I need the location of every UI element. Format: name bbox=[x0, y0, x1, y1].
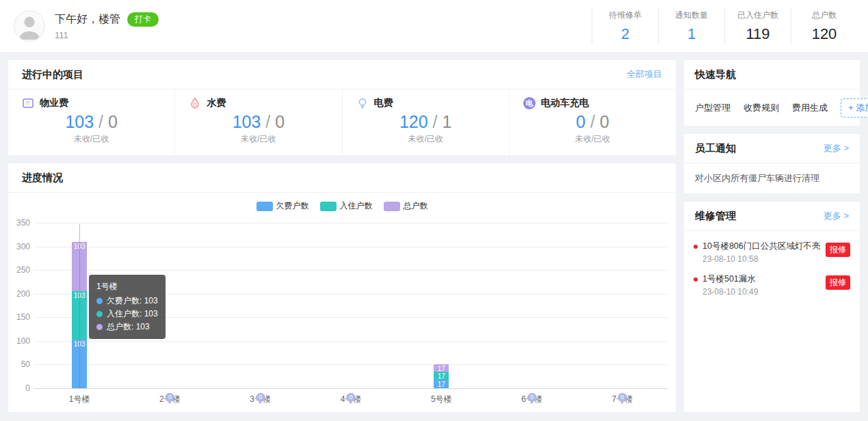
bar-value-label: 17 bbox=[434, 380, 449, 389]
stat-value: 2 bbox=[599, 25, 651, 43]
stat-label: 总户数 bbox=[798, 10, 850, 21]
unpaid-count: 0 bbox=[576, 112, 586, 131]
user-info: 下午好，楼管 打卡 111 bbox=[14, 10, 159, 42]
header-stat[interactable]: 通知数量1 bbox=[658, 8, 724, 44]
paid-count: 1 bbox=[442, 112, 451, 131]
gridline bbox=[34, 341, 668, 342]
bar-segment[interactable]: 17 bbox=[434, 372, 449, 380]
quick-nav-item[interactable]: 费用生成 bbox=[792, 102, 828, 114]
legend-item[interactable]: 总户数 bbox=[384, 200, 428, 212]
y-axis-label: 250 bbox=[8, 265, 30, 275]
tooltip-title: 1号楼 bbox=[96, 280, 158, 293]
quick-nav-title: 快速导航 bbox=[695, 68, 736, 81]
zero-value-badge: 0 bbox=[166, 393, 174, 402]
project-card-caption: 未收/已收 bbox=[22, 133, 161, 145]
paid-count: 0 bbox=[108, 112, 118, 131]
quick-nav-panel: 快速导航 户型管理收费规则费用生成+ 添加 bbox=[684, 60, 860, 126]
main-column: 进行中的项目 全部项目 物业费103 / 0未收/已收水费103 / 0未收/已… bbox=[8, 60, 676, 412]
repair-item[interactable]: 10号楼806门口公共区域灯不亮23-08-10 10:58报修 bbox=[684, 231, 860, 264]
repair-badge[interactable]: 报修 bbox=[826, 275, 850, 290]
project-card-name: 水费 bbox=[207, 97, 226, 109]
y-axis-label: 350 bbox=[8, 218, 30, 228]
header-stat[interactable]: 待维修单2 bbox=[592, 8, 658, 44]
zero-value-badge: 0 bbox=[347, 393, 356, 402]
x-axis-label: 1号楼 bbox=[69, 394, 90, 405]
legend-swatch bbox=[384, 202, 400, 211]
gridline bbox=[34, 247, 668, 247]
legend-swatch bbox=[320, 202, 337, 211]
quick-nav-item[interactable]: 收费规则 bbox=[744, 102, 779, 114]
repair-title: 10号楼806门口公共区域灯不亮 bbox=[702, 241, 821, 252]
top-header: 下午好，楼管 打卡 111 待维修单2通知数量1已入住户数119总户数120 bbox=[0, 0, 868, 52]
bar-segment[interactable]: 17 bbox=[434, 380, 449, 388]
project-card[interactable]: 水费103 / 0未收/已收 bbox=[175, 90, 342, 155]
header-stat[interactable]: 总户数120 bbox=[791, 8, 857, 44]
tooltip-row: 总户数: 103 bbox=[96, 321, 158, 334]
progress-title: 进度情况 bbox=[22, 172, 63, 185]
project-card[interactable]: 电电动车充电0 / 0未收/已收 bbox=[510, 90, 676, 155]
red-dot-icon bbox=[694, 277, 698, 282]
project-card-caption: 未收/已收 bbox=[523, 133, 662, 145]
gridline bbox=[34, 388, 668, 389]
legend-swatch bbox=[257, 202, 273, 211]
project-card-caption: 未收/已收 bbox=[189, 133, 328, 145]
tooltip-row: 入住户数: 103 bbox=[96, 308, 158, 321]
project-card-name: 电动车充电 bbox=[541, 97, 589, 109]
ev-charging-icon: 电 bbox=[523, 97, 536, 109]
repair-badge[interactable]: 报修 bbox=[826, 243, 850, 257]
x-axis-label: 5号楼 bbox=[431, 394, 452, 405]
project-card[interactable]: 电费120 / 1未收/已收 bbox=[343, 90, 510, 155]
stat-value: 1 bbox=[666, 25, 718, 43]
y-axis-label: 200 bbox=[8, 289, 30, 299]
electric-fee-icon bbox=[356, 97, 369, 109]
checkin-button[interactable]: 打卡 bbox=[127, 12, 159, 27]
unpaid-count: 103 bbox=[233, 112, 261, 131]
ev-charging-glyph: 电 bbox=[523, 97, 536, 109]
project-card-value: 0 / 0 bbox=[523, 112, 662, 132]
project-card-header: 水费 bbox=[189, 97, 328, 109]
greeting-text: 下午好，楼管 bbox=[55, 12, 120, 27]
project-card-value: 103 / 0 bbox=[22, 112, 161, 132]
header-stats: 待维修单2通知数量1已入住户数119总户数120 bbox=[592, 8, 857, 44]
avatar[interactable] bbox=[14, 10, 45, 42]
legend-label: 入住户数 bbox=[340, 200, 373, 212]
notice-item[interactable]: 对小区内所有僵尸车辆进行清理 bbox=[684, 163, 860, 193]
notice-title: 员工通知 bbox=[695, 142, 736, 155]
tooltip-row: 欠费户数: 103 bbox=[96, 295, 158, 308]
sidebar: 快速导航 户型管理收费规则费用生成+ 添加 员工通知 更多 > 对小区内所有僵尸… bbox=[684, 60, 860, 412]
legend-item[interactable]: 欠费户数 bbox=[257, 200, 309, 212]
bar-segment[interactable]: 17 bbox=[434, 364, 449, 372]
project-card-value: 120 / 1 bbox=[356, 112, 495, 132]
tooltip-row-text: 入住户数: 103 bbox=[107, 308, 158, 321]
project-card-value: 103 / 0 bbox=[189, 112, 328, 132]
notices-more-link[interactable]: 更多 > bbox=[824, 142, 849, 154]
legend-item[interactable]: 入住户数 bbox=[320, 200, 373, 212]
header-stat[interactable]: 已入住户数119 bbox=[724, 8, 791, 44]
all-projects-link[interactable]: 全部项目 bbox=[627, 68, 662, 81]
notice-panel: 员工通知 更多 > 对小区内所有僵尸车辆进行清理 bbox=[684, 134, 860, 193]
value-separator: / bbox=[428, 112, 443, 131]
quick-nav-item[interactable]: 户型管理 bbox=[695, 102, 731, 114]
paid-count: 0 bbox=[600, 112, 609, 131]
legend-label: 欠费户数 bbox=[276, 200, 309, 212]
project-cards: 物业费103 / 0未收/已收水费103 / 0未收/已收电费120 / 1未收… bbox=[8, 90, 676, 155]
y-axis-label: 300 bbox=[8, 242, 30, 252]
progress-panel: 进度情况 欠费户数入住户数总户数0501001502002503003501号楼… bbox=[8, 163, 676, 412]
progress-chart: 欠费户数入住户数总户数0501001502002503003501号楼10310… bbox=[8, 193, 676, 412]
repair-list: 10号楼806门口公共区域灯不亮23-08-10 10:58报修1号楼501漏水… bbox=[684, 231, 860, 297]
repairs-more-link[interactable]: 更多 > bbox=[824, 210, 849, 222]
repairs-title: 维修管理 bbox=[695, 210, 736, 223]
project-card[interactable]: 物业费103 / 0未收/已收 bbox=[8, 90, 175, 155]
unpaid-count: 120 bbox=[399, 112, 428, 131]
tooltip-row-text: 总户数: 103 bbox=[107, 321, 150, 334]
repairs-panel: 维修管理 更多 > 10号楼806门口公共区域灯不亮23-08-10 10:58… bbox=[684, 202, 860, 412]
y-axis-label: 0 bbox=[8, 383, 30, 393]
chart-legend: 欠费户数入住户数总户数 bbox=[8, 200, 676, 212]
user-meta: 下午好，楼管 打卡 111 bbox=[55, 12, 159, 40]
add-button[interactable]: + 添加 bbox=[841, 98, 868, 118]
tooltip-series-dot bbox=[96, 324, 103, 330]
project-card-name: 物业费 bbox=[40, 97, 68, 109]
repair-item[interactable]: 1号楼501漏水23-08-10 10:49报修 bbox=[684, 264, 860, 297]
tooltip-series-dot bbox=[96, 298, 103, 304]
value-separator: / bbox=[586, 112, 600, 131]
